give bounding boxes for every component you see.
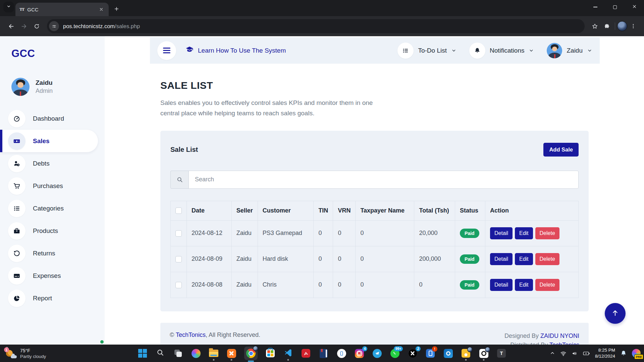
file-explorer-button[interactable] (209, 348, 219, 358)
sidebar-item-dashboard[interactable]: Dashboard (0, 107, 105, 130)
edit-button[interactable]: Edit (515, 227, 533, 239)
browser-tab[interactable]: TT GCC (15, 3, 109, 16)
hamburger-icon[interactable] (157, 41, 176, 60)
telegram-icon (373, 349, 382, 358)
x-app-button[interactable]: 2 (408, 348, 418, 358)
reload-button[interactable] (30, 20, 43, 33)
learn-link[interactable]: Learn How To Use The System (185, 46, 286, 55)
sidebar-item-sales[interactable]: Sales (0, 130, 98, 152)
edit-button[interactable]: Edit (515, 253, 533, 265)
reader-app-button[interactable] (319, 348, 329, 358)
sidebar-item-debts[interactable]: Debts (0, 152, 105, 175)
chevron-down-icon[interactable] (529, 48, 534, 53)
taskbar-clock[interactable]: 8:25 PM 8/12/2024 (595, 347, 615, 359)
vscode-button[interactable] (283, 348, 293, 358)
cell-date: 2024-08-12 (187, 220, 232, 246)
chevron-down-icon[interactable] (451, 48, 457, 53)
bookmark-star-button[interactable] (589, 20, 601, 32)
chrome-button[interactable] (244, 347, 258, 360)
whatsapp-button[interactable]: 99+ (390, 348, 400, 358)
navbar-user-name[interactable]: Zaidu (567, 47, 583, 54)
wifi-icon[interactable] (560, 350, 567, 357)
notifications-label[interactable]: Notifications (490, 47, 525, 54)
copilot-tray-button[interactable]: PRE (632, 349, 641, 358)
whatsapp-badge: 99+ (394, 346, 403, 351)
sidebar-item-products[interactable]: Products (0, 220, 105, 242)
sidebar-item-returns[interactable]: Returns (0, 242, 105, 264)
xampp-button[interactable] (226, 348, 236, 358)
learn-link-label: Learn How To Use The System (198, 47, 286, 54)
page-description: Sales enables you to effectively control… (160, 98, 375, 119)
undo-icon (8, 245, 25, 262)
tab-close-icon[interactable] (98, 6, 105, 13)
microsoft-store-button[interactable] (265, 348, 275, 358)
delete-button[interactable]: Delete (535, 279, 559, 291)
site-info-icon[interactable] (49, 21, 59, 31)
app-window: GCC Zaidu Admin (0, 36, 644, 345)
browser-menu-button[interactable] (627, 20, 639, 32)
detail-button[interactable]: Detail (490, 227, 513, 239)
sidebar-item-purchases[interactable]: Purchases (0, 175, 105, 197)
detail-button[interactable]: Detail (490, 279, 513, 291)
task-view-button[interactable] (173, 348, 183, 358)
todo-list-label[interactable]: To-Do List (418, 47, 447, 54)
cell-taxpayer: 0 (356, 272, 414, 298)
address-bar[interactable]: pos.techtonicstz.com/sales.php (47, 19, 585, 33)
battery-icon[interactable] (583, 350, 590, 357)
sticky-notes-button[interactable] (461, 348, 471, 358)
row-checkbox[interactable] (175, 230, 182, 237)
edit-button[interactable]: Edit (515, 279, 533, 291)
chevron-down-icon[interactable] (587, 48, 592, 53)
techtonics-link[interactable]: TechTonics (176, 331, 206, 338)
telegram-button[interactable] (372, 348, 382, 358)
delete-button[interactable]: Delete (535, 227, 559, 239)
todo-list-icon[interactable] (397, 43, 414, 59)
url-text[interactable]: pos.techtonicstz.com/sales.php (63, 23, 140, 29)
row-checkbox[interactable] (175, 256, 182, 262)
weather-widget[interactable]: 1 75°F Partly cloudy (5, 345, 46, 362)
chevron-down-icon (6, 4, 11, 10)
profile-overlay-badge (467, 347, 473, 352)
sidebar-item-categories[interactable]: Categories (0, 197, 105, 220)
maximize-button[interactable] (605, 0, 625, 14)
browser-profile-avatar[interactable] (617, 21, 627, 31)
start-button[interactable] (138, 348, 148, 358)
back-button[interactable] (5, 20, 17, 33)
column-header-total: Total (Tsh) (414, 201, 455, 220)
copilot-button[interactable] (191, 348, 201, 358)
navbar-avatar[interactable] (547, 43, 562, 58)
bell-icon[interactable] (469, 43, 485, 59)
new-tab-button[interactable] (111, 4, 121, 14)
select-all-checkbox[interactable] (175, 207, 182, 214)
volume-icon[interactable] (572, 350, 578, 357)
close-button[interactable] (625, 0, 644, 14)
extensions-button[interactable] (601, 20, 613, 32)
row-checkbox[interactable] (175, 282, 182, 288)
distributor-link[interactable]: TechTonics (549, 342, 579, 345)
tray-chevron-up-icon[interactable] (550, 351, 555, 356)
acrobat-button[interactable] (301, 348, 311, 358)
terminal-tile-button[interactable]: T (496, 348, 506, 358)
chatgpt-button[interactable] (479, 348, 489, 358)
taskbar-search-button[interactable] (155, 348, 165, 358)
instagram-badge: 4 (362, 346, 367, 351)
alert-app-button[interactable]: ! (425, 348, 435, 358)
notification-bell-icon[interactable] (620, 350, 627, 357)
detail-button[interactable]: Detail (490, 253, 513, 265)
tab-title: GCC (27, 7, 38, 12)
sidebar-item-expenses[interactable]: Expenses (0, 264, 105, 287)
forward-button[interactable] (17, 20, 30, 33)
designer-link[interactable]: ZAIDU NYONI (540, 333, 579, 339)
outlook-button[interactable] (443, 348, 453, 358)
delete-button[interactable]: Delete (535, 253, 559, 265)
scroll-to-top-button[interactable] (605, 303, 626, 324)
phone-link-button[interactable] (336, 348, 346, 358)
add-sale-button[interactable]: Add Sale (543, 143, 579, 157)
search-input[interactable] (189, 171, 579, 189)
tab-search-button[interactable] (3, 2, 14, 12)
maximize-icon (613, 5, 617, 9)
instagram-button[interactable]: 4 (354, 348, 364, 358)
minimize-button[interactable] (586, 0, 605, 14)
sidebar-item-report[interactable]: Report (0, 287, 105, 309)
phone-icon (337, 349, 346, 358)
